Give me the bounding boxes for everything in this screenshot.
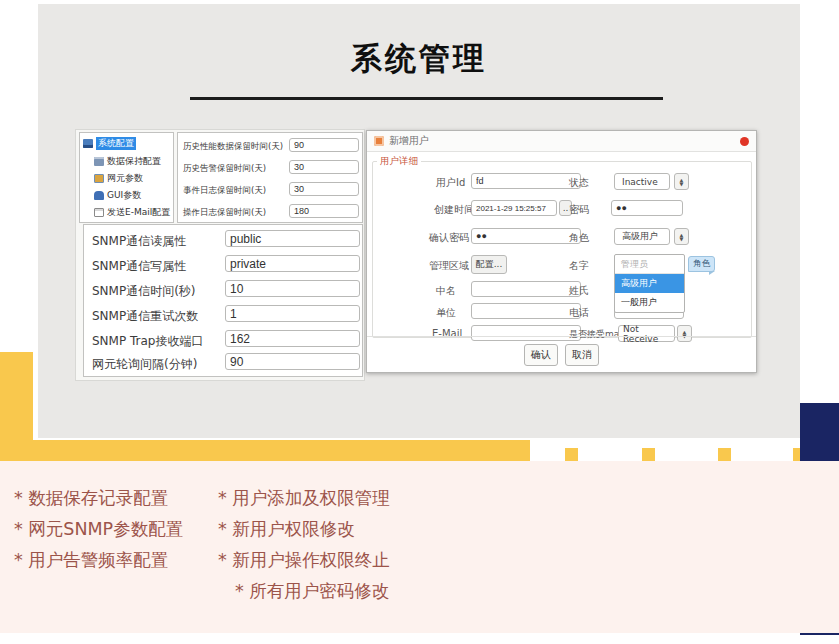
field-label: 历史性能数据保留时间(天) xyxy=(183,141,283,153)
middle-name-input[interactable] xyxy=(471,281,581,297)
snmp-timeout-input[interactable] xyxy=(225,280,360,297)
field-label: SNMP Trap接收端口 xyxy=(92,333,203,350)
confirm-password-input[interactable] xyxy=(471,228,581,244)
tree-item-ne-params[interactable]: 网元参数 xyxy=(94,172,143,185)
user-icon xyxy=(94,191,104,200)
config-tree: 系统配置 数据保持配置 网元参数 GUI参数 发送E-Mail配置 xyxy=(79,132,174,223)
bullet-item: * 新用户操作权限终止 xyxy=(218,545,390,576)
field-label: SNMP通信写属性 xyxy=(92,258,186,275)
status-spinner[interactable]: ▲▼ xyxy=(674,173,689,190)
tree-item-system-config[interactable]: 系统配置 xyxy=(83,137,136,150)
tree-item-label: 发送E-Mail配置 xyxy=(107,206,170,219)
created-time-label: 创建时间 xyxy=(434,203,474,217)
org-input[interactable] xyxy=(471,303,581,319)
bullet-item: * 所有用户密码修改 xyxy=(218,576,390,607)
tree-item-label: 系统配置 xyxy=(96,137,136,150)
bullet-column-right: * 用户添加及权限管理 * 新用户权限修改 * 新用户操作权限终止 * 所有用户… xyxy=(218,483,390,607)
user-id-label: 用户Id xyxy=(436,176,465,190)
page: 系统管理 系统配置 数据保持配置 网元参数 G xyxy=(0,0,839,644)
yellow-square xyxy=(565,448,578,461)
password-label: 密码 xyxy=(569,203,589,217)
role-option-advanced[interactable]: 高级用户 xyxy=(615,274,684,293)
yellow-band xyxy=(0,440,530,461)
event-log-retention-input[interactable] xyxy=(289,182,359,196)
op-log-retention-input[interactable] xyxy=(289,204,359,218)
bullet-item: * 用户告警频率配置 xyxy=(14,545,183,576)
user-id-input[interactable] xyxy=(471,173,581,189)
retention-form: 历史性能数据保留时间(天) 历史告警保留时间(天) 事件日志保留时间(天) 操作… xyxy=(177,132,363,223)
snmp-retry-input[interactable] xyxy=(225,305,360,322)
role-dropdown-list: 管理员 高级用户 一般用户 xyxy=(614,254,685,313)
title-underline xyxy=(190,97,663,100)
role-tooltip: 角色 xyxy=(688,256,715,272)
tree-item-email-config[interactable]: 发送E-Mail配置 xyxy=(94,206,170,219)
bullet-item: * 用户添加及权限管理 xyxy=(218,483,390,514)
role-spinner[interactable]: ▲▼ xyxy=(674,228,689,245)
role-option-admin[interactable]: 管理员 xyxy=(615,255,684,274)
summary-area: * 数据保存记录配置 * 网元SNMP参数配置 * 用户告警频率配置 * 用户添… xyxy=(0,461,839,633)
system-config-screenshot: 系统配置 数据保持配置 网元参数 GUI参数 发送E-Mail配置 xyxy=(75,129,365,381)
org-label: 单位 xyxy=(436,306,456,320)
history-alarm-retention-input[interactable] xyxy=(289,160,359,174)
slide-background: 系统管理 系统配置 数据保持配置 网元参数 G xyxy=(38,4,800,438)
mail-icon xyxy=(94,208,104,217)
computer-icon xyxy=(83,139,93,148)
table-card-icon xyxy=(94,174,104,183)
bullet-item: * 新用户权限修改 xyxy=(218,514,390,545)
tree-item-label: GUI参数 xyxy=(107,189,141,202)
ne-poll-interval-input[interactable] xyxy=(225,353,360,370)
tree-item-gui-params[interactable]: GUI参数 xyxy=(94,189,141,202)
confirm-button[interactable]: 确认 xyxy=(524,344,558,366)
bullet-item: * 数据保存记录配置 xyxy=(14,483,183,514)
role-option-general[interactable]: 一般用户 xyxy=(615,293,684,312)
role-combobox[interactable]: 高级用户 xyxy=(614,228,670,245)
groupbox-label: 用户详细 xyxy=(377,155,421,168)
dialog-title: 新增用户 xyxy=(389,134,429,148)
dialog-header: 新增用户 xyxy=(367,131,756,152)
field-label: SNMP通信读属性 xyxy=(92,233,186,250)
confirm-password-label: 确认密码 xyxy=(429,231,469,245)
admin-region-label: 管理区域 xyxy=(429,259,469,273)
history-perf-retention-input[interactable] xyxy=(289,138,359,152)
tree-item-label: 网元参数 xyxy=(107,172,143,185)
first-name-label: 名字 xyxy=(569,259,589,273)
middle-name-label: 中名 xyxy=(436,284,456,298)
cancel-button[interactable]: 取消 xyxy=(565,344,599,366)
last-name-label: 姓氏 xyxy=(569,284,589,298)
snmp-form: SNMP通信读属性 SNMP通信写属性 SNMP通信时间(秒) SNMP通信重试… xyxy=(83,224,363,377)
field-label: 网元轮询间隔(分钟) xyxy=(92,356,197,373)
status-label: 状态 xyxy=(569,176,589,190)
dialog-footer: 确认 取消 xyxy=(367,336,756,372)
field-label: 操作日志保留时间(天) xyxy=(183,207,266,219)
role-label: 角色 xyxy=(569,231,589,245)
yellow-square xyxy=(642,448,655,461)
phone-label: 电话 xyxy=(569,306,589,320)
snmp-trap-port-input[interactable] xyxy=(225,330,360,347)
created-time-input[interactable] xyxy=(471,200,557,216)
field-label: SNMP通信重试次数 xyxy=(92,308,198,325)
snmp-read-input[interactable] xyxy=(225,230,360,247)
tree-item-data-retention[interactable]: 数据保持配置 xyxy=(94,155,161,168)
field-label: 事件日志保留时间(天) xyxy=(183,185,266,197)
add-user-dialog: 新增用户 用户详细 用户Id 状态 Inactive ▲▼ 创建时间 .. 密码… xyxy=(366,130,757,373)
yellow-square xyxy=(718,448,731,461)
field-label: 历史告警保留时间(天) xyxy=(183,163,266,175)
password-input[interactable] xyxy=(611,200,683,216)
field-label: SNMP通信时间(秒) xyxy=(92,283,196,300)
close-dot-icon[interactable] xyxy=(740,137,749,146)
bullet-item: * 网元SNMP参数配置 xyxy=(14,514,183,545)
database-icon xyxy=(94,157,104,166)
tree-item-label: 数据保持配置 xyxy=(107,155,161,168)
slide-title: 系统管理 xyxy=(38,38,800,80)
region-config-button[interactable]: 配置... xyxy=(471,255,507,274)
status-combobox[interactable]: Inactive xyxy=(614,173,670,190)
add-user-icon xyxy=(374,136,384,146)
bullet-column-left: * 数据保存记录配置 * 网元SNMP参数配置 * 用户告警频率配置 xyxy=(14,483,183,576)
snmp-write-input[interactable] xyxy=(225,255,360,272)
